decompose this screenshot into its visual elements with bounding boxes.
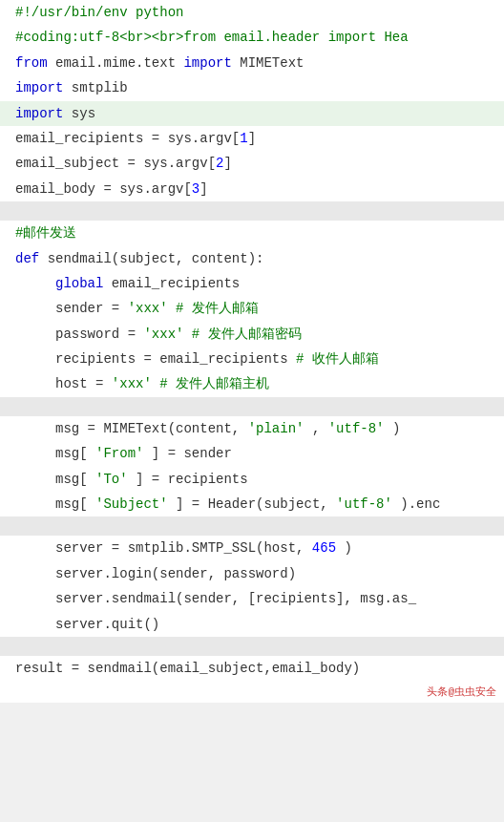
indent (15, 446, 48, 461)
indent (15, 276, 48, 291)
code-container: #!/usr/bin/env python #coding:utf-8<br><… (0, 0, 504, 703)
code-text: ] (223, 156, 231, 171)
comment-password: # 发件人邮箱密码 (192, 327, 302, 342)
line-result: result = sendmail(email_subject,email_bo… (0, 656, 504, 681)
code-text: email_recipients = sys.argv[ (15, 131, 240, 146)
code-text: ) (344, 540, 351, 556)
coding-comment: #coding:utf-8<br><br>from email.header i… (15, 30, 409, 45)
indent (15, 591, 48, 606)
code-text: msg[ (55, 496, 88, 512)
line-server-send: server.sendmail(sender, [recipients], ms… (0, 586, 504, 611)
str-xxx-password: 'xxx' (143, 327, 183, 342)
code-text: server.login(sender, password) (55, 566, 296, 581)
code-text: MIMEText (240, 55, 304, 71)
line-host: host = 'xxx' # 发件人邮箱主机 (0, 371, 504, 396)
code-text: ).enc (400, 496, 440, 512)
gap-1 (0, 201, 504, 221)
sys-text: sys (72, 106, 95, 121)
line-msg-to: msg[ 'To' ] = recipients (0, 467, 504, 492)
code-text: email.mime.text (55, 55, 183, 71)
kw-import-sys: import (15, 106, 63, 121)
kw-global: global (55, 276, 103, 291)
num-1: 1 (240, 131, 247, 146)
line-email-subject: email_subject = sys.argv[2] (0, 151, 504, 176)
str-from: 'From' (95, 446, 143, 461)
line-def-sendmail: def sendmail(subject, content): (0, 246, 504, 271)
line-msg-mime: msg = MIMEText(content, 'plain' , 'utf-8… (0, 416, 504, 441)
code-text: email_subject = sys.argv[ (15, 156, 216, 171)
line-import-sys: import sys (0, 101, 504, 126)
kw-def: def (15, 251, 39, 266)
indent (15, 472, 48, 487)
gap-3 (0, 516, 504, 536)
indent (15, 327, 48, 342)
line-server-quit: server.quit() (0, 612, 504, 637)
watermark: 头条@虫虫安全 (0, 681, 504, 703)
code-text: recipients = email_recipients (55, 351, 296, 367)
gap-2 (0, 397, 504, 416)
str-to: 'To' (95, 472, 128, 487)
indent (15, 376, 48, 391)
code-text: password = (55, 327, 143, 342)
line-from-mime: from email.mime.text import MIMEText (0, 51, 504, 75)
indent (15, 540, 48, 556)
num-465: 465 (312, 540, 336, 556)
gap-4 (0, 637, 504, 656)
line-section-comment: #邮件发送 (0, 221, 504, 245)
code-text: ) (392, 421, 400, 436)
indent (15, 617, 48, 632)
mail-comment: #邮件发送 (15, 225, 76, 241)
line-email-body: email_body = sys.argv[3] (0, 177, 504, 201)
line-msg-from: msg[ 'From' ] = sender (0, 441, 504, 466)
comment-sender: # 发件人邮箱 (176, 301, 259, 316)
code-text: msg[ (55, 472, 88, 487)
line-coding: #coding:utf-8<br><br>from email.header i… (0, 25, 504, 50)
code-block: #!/usr/bin/env python #coding:utf-8<br><… (0, 0, 504, 703)
indent (15, 301, 48, 316)
code-text: ] = sender (152, 446, 232, 461)
code-text: sender = (55, 301, 128, 316)
kw-from: from (15, 55, 48, 71)
code-text: ] = Header(subject, (176, 496, 336, 512)
str-utf8-header: 'utf-8' (336, 496, 392, 512)
global-var: email_recipients (112, 276, 240, 291)
line-server-ssl: server = smtplib.SMTP_SSL(host, 465 ) (0, 536, 504, 560)
watermark-text: 头条@虫虫安全 (427, 685, 496, 699)
code-text: host = (55, 376, 112, 391)
indent (15, 351, 48, 367)
str-utf8-mime: 'utf-8' (328, 421, 385, 436)
code-text: email_body = sys.argv[ (15, 181, 192, 197)
kw-import-smtplib: import (15, 80, 63, 95)
line-msg-subject: msg[ 'Subject' ] = Header(subject, 'utf-… (0, 492, 504, 516)
line-import-smtplib: import smtplib (0, 75, 504, 100)
line-global: global email_recipients (0, 271, 504, 296)
code-text: server.quit() (55, 617, 159, 632)
comment-host: # 发件人邮箱主机 (159, 376, 269, 391)
smtplib-text: smtplib (72, 80, 128, 95)
line-server-login: server.login(sender, password) (0, 561, 504, 586)
line-email-recipients: email_recipients = sys.argv[1] (0, 126, 504, 151)
func-name: sendmail(subject, content): (48, 251, 264, 266)
indent (15, 421, 48, 436)
code-text: result = sendmail(email_subject,email_bo… (15, 661, 360, 676)
str-plain: 'plain' (248, 421, 304, 436)
line-recipients: recipients = email_recipients # 收件人邮箱 (0, 347, 504, 371)
code-text: server.sendmail(sender, [recipients], ms… (55, 591, 416, 606)
code-text: , (312, 421, 328, 436)
num-3: 3 (192, 181, 200, 197)
code-text: ] (200, 181, 207, 197)
shebang-text: #!/usr/bin/env python (15, 5, 183, 20)
code-text: ] (248, 131, 256, 146)
indent (15, 566, 48, 581)
code-text: msg = MIMEText(content, (55, 421, 248, 436)
kw-import: import (183, 55, 231, 71)
line-password: password = 'xxx' # 发件人邮箱密码 (0, 322, 504, 347)
code-text: msg[ (55, 446, 88, 461)
code-text: ] = recipients (136, 472, 248, 487)
str-xxx-host: 'xxx' (112, 376, 152, 391)
line-sender: sender = 'xxx' # 发件人邮箱 (0, 296, 504, 321)
str-xxx-sender: 'xxx' (128, 301, 168, 316)
line-shebang: #!/usr/bin/env python (0, 0, 504, 25)
str-subject: 'Subject' (95, 496, 168, 512)
indent (15, 496, 48, 512)
